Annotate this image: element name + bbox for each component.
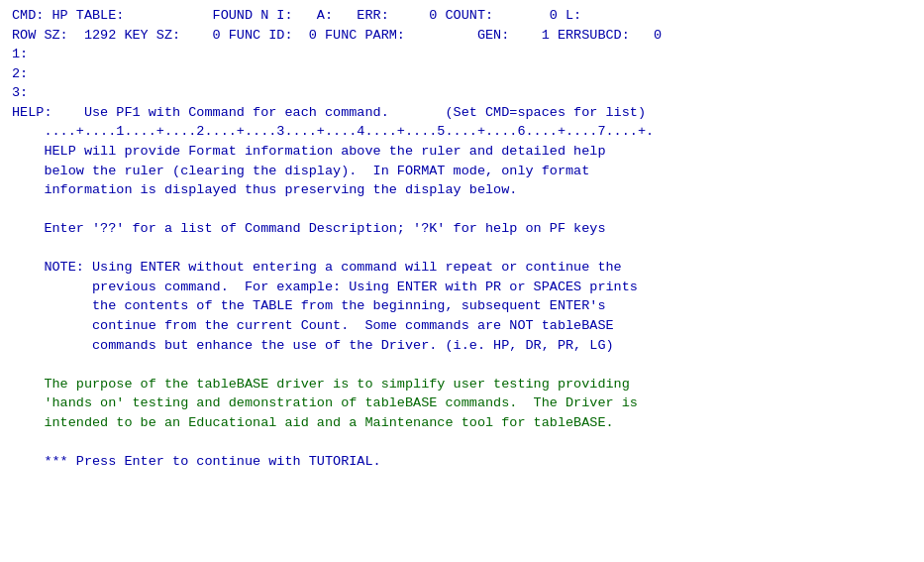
terminal-line: below the ruler (clearing the display). … <box>12 162 912 181</box>
terminal-line: HELP will provide Format information abo… <box>12 142 912 162</box>
terminal-line: continue from the current Count. Some co… <box>12 316 912 336</box>
terminal-blank-line <box>12 239 912 259</box>
terminal-screen: CMD: HP TABLE: FOUND N I: A: ERR: 0 COUN… <box>8 4 916 562</box>
terminal-line: previous command. For example: Using ENT… <box>12 278 912 297</box>
terminal-line: CMD: HP TABLE: FOUND N I: A: ERR: 0 COUN… <box>12 6 912 26</box>
terminal-line: The purpose of the tableBASE driver is t… <box>12 375 912 394</box>
terminal-line: Enter '??' for a list of Command Descrip… <box>12 219 912 239</box>
terminal-blank-line <box>12 355 912 375</box>
terminal-line: NOTE: Using ENTER without entering a com… <box>12 258 912 278</box>
terminal-line: 'hands on' testing and demonstration of … <box>12 393 912 413</box>
terminal-line: information is displayed thus preserving… <box>12 180 912 200</box>
terminal-line: HELP: Use PF1 with Command for each comm… <box>12 103 912 123</box>
terminal-line: 3: <box>12 83 912 103</box>
terminal-line: 1: <box>12 45 912 64</box>
terminal-blank-line <box>12 432 912 452</box>
terminal-line: 2: <box>12 64 912 84</box>
terminal-blank-line <box>12 200 912 220</box>
terminal-line: *** Press Enter to continue with TUTORIA… <box>12 452 912 472</box>
terminal-line: ROW SZ: 1292 KEY SZ: 0 FUNC ID: 0 FUNC P… <box>12 26 912 46</box>
terminal-line: the contents of the TABLE from the begin… <box>12 296 912 316</box>
terminal-line: ....+....1....+....2....+....3....+....4… <box>12 122 912 142</box>
terminal-line: intended to be an Educational aid and a … <box>12 413 912 433</box>
terminal-line: commands but enhance the use of the Driv… <box>12 336 912 356</box>
